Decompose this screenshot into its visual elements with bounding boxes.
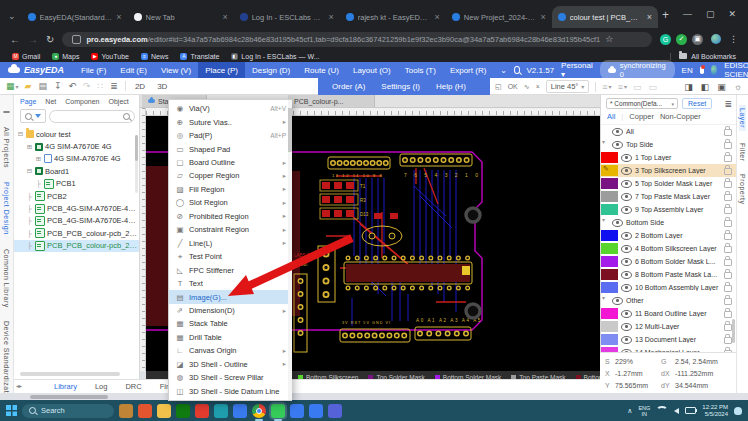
place-menu-item[interactable]: ◺ FPC Stiffener ▸: [169, 263, 291, 276]
layer-row[interactable]: Bottom Side: [601, 216, 736, 229]
align-icon[interactable]: ≡▾: [618, 82, 627, 92]
toolbar-icon[interactable]: ▤: [38, 81, 48, 91]
visibility-eye-icon[interactable]: [621, 245, 632, 253]
menu-scrollbar-thumb[interactable]: [288, 108, 292, 152]
menubar-item[interactable]: Edit (E): [113, 62, 154, 78]
place-menu-item[interactable]: ▦ Drill Table: [169, 331, 291, 344]
browser-tab[interactable]: New Tab ×: [128, 6, 234, 28]
tab-non-copper[interactable]: Non-Copper: [660, 112, 701, 121]
browser-profile-avatar[interactable]: [711, 34, 721, 44]
lock-icon[interactable]: [724, 285, 732, 292]
place-menu-item[interactable]: ◎ Pad(P) Alt+P: [169, 129, 291, 142]
lock-icon[interactable]: [724, 207, 732, 214]
layer-row[interactable]: 8 Bottom Paste Mask La...: [601, 268, 736, 281]
notification-center-icon[interactable]: [734, 407, 742, 415]
site-info-icon[interactable]: [72, 35, 81, 44]
lock-icon[interactable]: [724, 220, 732, 227]
line-mode-select[interactable]: Line 45°▾: [546, 80, 590, 93]
menubar-item[interactable]: Export (R): [443, 62, 493, 78]
layer-color-swatch[interactable]: [601, 308, 618, 319]
project-tree-item[interactable]: ├ PCB1: [14, 178, 139, 190]
menubar-item[interactable]: Place (P): [198, 62, 245, 78]
taskbar-app-icon[interactable]: [157, 404, 171, 418]
left-rail-tab[interactable]: All Projects: [3, 127, 10, 168]
taskbar-app-icon[interactable]: [195, 404, 209, 418]
toolbar-icon[interactable]: ↶: [69, 81, 78, 91]
panel-toggle-icon[interactable]: ◨: [684, 82, 693, 92]
dock-tab[interactable]: Library: [54, 382, 77, 391]
bookmark-item[interactable]: M Gmail: [12, 53, 40, 60]
layer-row[interactable]: 2 Bottom Layer: [601, 229, 736, 242]
layer-row[interactable]: 7 Top Paste Mask Layer: [601, 190, 736, 203]
project-tree-item[interactable]: ⊞ 4G SIM-A7670E 4G: [14, 153, 139, 165]
layer-manager-icon[interactable]: ≣: [724, 99, 732, 109]
layer-row[interactable]: Other: [601, 294, 736, 307]
tab-all[interactable]: All: [607, 112, 615, 121]
right-rail-tab[interactable]: Filter: [739, 143, 746, 162]
taskbar-app-icon[interactable]: [252, 404, 266, 418]
tab-component[interactable]: Componen: [65, 98, 99, 105]
lock-icon[interactable]: [724, 233, 732, 240]
panel-toggle-icon[interactable]: ▣: [717, 82, 726, 92]
toolbar-icon[interactable]: ≣: [110, 81, 119, 91]
place-menu-item[interactable]: ▱ Copper Region ▸: [169, 169, 291, 182]
layer-color-swatch[interactable]: [601, 204, 618, 215]
workspace-select[interactable]: Personal ▾: [561, 61, 593, 79]
project-search-input[interactable]: [49, 110, 135, 123]
layer-color-swatch[interactable]: [601, 243, 618, 254]
tree-expand-icon[interactable]: ├: [26, 217, 33, 224]
menubar-item[interactable]: File (F): [74, 62, 113, 78]
layer-row[interactable]: Top Side: [601, 138, 736, 151]
layer-row[interactable]: 5 Top Solder Mask Layer: [601, 177, 736, 190]
project-tree-item[interactable]: ├ PCB2: [14, 190, 139, 202]
dock-collapse-icon[interactable]: ◂▸: [16, 382, 22, 389]
visibility-eye-icon[interactable]: [612, 128, 623, 136]
layer-row[interactable]: 10 Bottom Assembly Layer: [601, 281, 736, 294]
tab-object[interactable]: Object: [109, 98, 129, 105]
layer-preset-select[interactable]: * Common(Defa...▾: [606, 98, 678, 109]
menubar-item[interactable]: Tools (T): [398, 62, 443, 78]
right-rail-tab[interactable]: Property: [739, 174, 746, 204]
tree-expand-icon[interactable]: ├: [35, 180, 42, 187]
tree-expand-icon[interactable]: ├: [26, 205, 33, 212]
place-menu-item[interactable]: ◍ 3D Shell - Screw Pillar: [169, 371, 291, 384]
toolbar-icon[interactable]: ×: [536, 83, 540, 90]
place-menu-item[interactable]: ▢ Board Outline ▸: [169, 156, 291, 169]
extension-icon[interactable]: G: [660, 34, 671, 45]
toolbar-icon[interactable]: ▰: [25, 81, 33, 91]
menubar-item[interactable]: Help (H): [430, 82, 472, 91]
taskbar-app-icon[interactable]: [290, 404, 304, 418]
layer-color-swatch[interactable]: [601, 230, 618, 241]
layer-row[interactable]: 4 Bottom Silkscreen Layer: [601, 242, 736, 255]
taskbar-clock[interactable]: 12:22 PM5/5/2024: [702, 404, 728, 418]
visibility-eye-icon[interactable]: [621, 310, 632, 318]
tab-close-icon[interactable]: ×: [541, 12, 546, 22]
tab-close-icon[interactable]: ×: [647, 12, 652, 22]
maximize-button[interactable]: ▢: [706, 9, 715, 19]
tree-expand-icon[interactable]: ⊞: [35, 155, 42, 163]
bookmark-star-icon[interactable]: ☆: [605, 34, 613, 44]
account-avatar[interactable]: [711, 65, 717, 75]
battery-icon[interactable]: [685, 407, 696, 414]
menubar-item[interactable]: View (V): [154, 62, 198, 78]
taskbar-app-icon[interactable]: [214, 404, 228, 418]
project-tree-item[interactable]: ⊟ Board1: [14, 165, 139, 177]
visibility-eye-icon[interactable]: [612, 297, 623, 305]
layer-color-swatch[interactable]: [601, 126, 609, 137]
tab-search-chevron-icon[interactable]: ⌄: [8, 11, 16, 21]
tree-expand-icon[interactable]: ├: [26, 193, 33, 200]
lock-icon[interactable]: [724, 181, 732, 188]
layers-scrollbar-thumb[interactable]: [732, 319, 735, 343]
place-menu-item[interactable]: ▦ Stack Table: [169, 317, 291, 330]
layer-row[interactable]: 13 Document Layer: [601, 333, 736, 346]
layer-color-swatch[interactable]: [601, 178, 618, 189]
taskbar-search[interactable]: Search: [22, 404, 114, 418]
taskbar-app-icon[interactable]: [309, 404, 323, 418]
tree-expand-icon[interactable]: ├: [26, 230, 33, 237]
account-name[interactable]: EDISON SCIEN... ▾: [724, 61, 748, 79]
lock-icon[interactable]: [724, 298, 732, 305]
volume-icon[interactable]: [674, 408, 679, 414]
layer-color-swatch[interactable]: [601, 295, 609, 306]
lock-icon[interactable]: [724, 142, 732, 149]
place-menu-item[interactable]: ◪ 3D Shell - Outline ▸: [169, 358, 291, 371]
